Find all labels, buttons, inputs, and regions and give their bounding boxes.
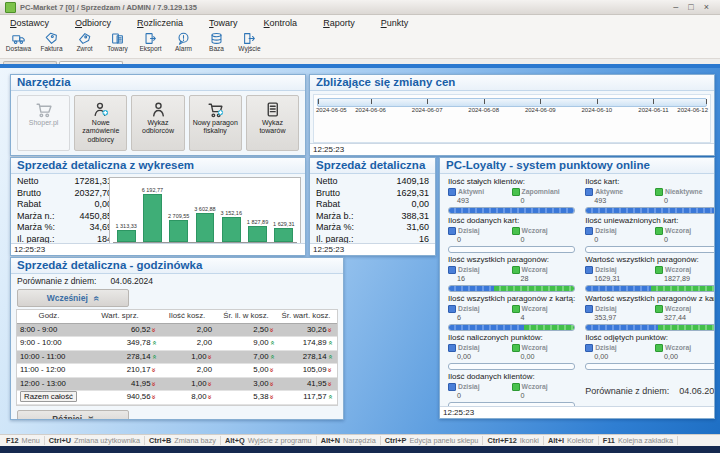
legend-value: 0,00 [664,352,714,361]
compare-label: Porównanie z dniem: [585,386,669,396]
close-button[interactable]: × [704,3,709,12]
value-cell: 349,78« [81,337,159,350]
toolbar-button-5[interactable]: Alarm [167,31,200,52]
table-row: 11:00 - 12:00210,17«2,005,00«105,09« [17,364,337,378]
shop-panel-desktop: Narzędzia Shoper.plNowe zamówienie odbio… [0,64,720,435]
trend-up-icon: « [150,341,158,345]
toolbar-button-6[interactable]: Baza [200,31,233,52]
stat-value: 20327,70 [74,188,112,200]
hour-cell: 12:00 - 13:00 [17,378,81,391]
shortcut-key: Ctrl+B [149,436,171,445]
menu-item-2[interactable]: Rozliczenia [137,18,183,28]
trend-down-icon: « [326,368,334,372]
stat-row: Brutto20327,70 [17,188,112,200]
legend-blue-card-icon [585,266,593,274]
chevron-down-icon: « [85,416,96,419]
stat-label: Marża n.: [17,211,55,223]
toolbar-button-label: Alarm [175,45,192,52]
legend-label: Dzisiaj [458,265,480,274]
loyalty-section-title: Ilość odjętych punktów: [585,333,714,343]
compare-date: 04.06.2024 [110,276,153,286]
shortcut-label: Ikonki [520,436,539,445]
toolbar-button-3[interactable]: Towary [101,31,134,52]
tool-button-3[interactable]: Nowy paragon fiskalny [189,95,242,151]
loyalty-section-1: Ilość kart:Aktywne493Nieaktywne0 [585,177,714,214]
title-bar: PC-Market 7 [0] / Sprzedzam / ADMIN / 7.… [0,0,720,15]
new-receipt-cart-icon [207,101,224,118]
menu-item-4[interactable]: Kontrola [264,18,298,28]
timeline-tick [371,99,372,104]
legend-blue-card-icon [585,305,593,313]
menu-item-0[interactable]: Dostawcy [10,18,49,28]
menu-item-3[interactable]: Towary [209,18,238,28]
chart-bar-column: 3 152,1603 cze [218,180,244,243]
tool-button-4[interactable]: Wykaz towarów [246,95,299,151]
panel-tools-title: Narzędzia [11,75,305,91]
panel-timestamp: 12:25:23 [310,243,435,255]
toolbar-button-7[interactable]: Wyjście [233,31,266,52]
legend-green-card-icon [655,227,663,235]
cell-value: 210,17 [127,364,151,377]
tool-button-1[interactable]: Nowe zamówienie odbiorcy [74,95,127,151]
stat-label: Il. parag.: [17,234,55,243]
toolbar-button-4[interactable]: Eksport [134,31,167,52]
loyalty-section-title: Ilość unieważnionych kart: [585,216,714,226]
value-cell: 7,00« [215,351,277,364]
value-cell: 117,57« [277,391,335,404]
tool-button-label: Nowy paragon fiskalny [192,119,239,136]
trend-down-icon: « [206,355,214,359]
tool-button-2[interactable]: Wykaz odbiorców [131,95,184,151]
stat-row: Marża n.:4450,85 [17,211,112,223]
legend-label: Wczoraj [522,343,548,352]
value-cell: 30,26« [277,324,335,337]
loyalty-progress-bar [448,207,575,214]
legend-label: Dzisiaj [458,226,480,235]
tool-button-label: Nowe zamówienie odbiorcy [77,119,124,144]
shortcut-hint-2: Ctrl+BZmiana bazy [145,436,221,445]
earlier-button[interactable]: Wcześniej « [17,289,129,307]
menu-item-1[interactable]: Odbiorcy [75,18,111,28]
maximize-button[interactable]: □ [688,3,693,12]
loyalty-progress-bar [585,246,714,253]
legend-green-card-icon [512,266,520,274]
loyalty-section-0: Ilość stałych klientów:Aktywni493Zapomni… [448,177,575,214]
loyalty-section-7: Wartość wszystkich paragonów z kartą:Dzi… [585,294,714,331]
chart-bar-value: 6 192,77 [142,187,163,193]
compare-label: Porównanie z dniem: [17,276,96,286]
value-cell: 2,00 [159,337,215,350]
cell-value: 2,00 [197,364,212,377]
value-cell: 3,00« [215,378,277,391]
table-total-row[interactable]: Razem całość940,56«8,00«5,38«117,57« [17,391,337,405]
minimize-button[interactable]: – [673,3,678,12]
chart-bar-value: 1 827,89 [247,219,268,225]
value-cell: 1,00« [159,351,215,364]
legend-label: Dzisiaj [458,382,480,391]
cell-value: 2,00 [197,337,212,350]
shortcut-hint-5: Ctrl+PEdycja panelu sklepu [381,436,484,445]
table-row: 10:00 - 11:00278,14«1,00«7,00«278,14« [17,351,337,365]
chart-bar [143,194,162,242]
later-button[interactable]: Później « [17,410,129,420]
price-change-timeline: 2024-06-052024-06-062024-06-072024-06-08… [313,94,711,143]
legend-value: 0,00 [594,352,655,361]
toolbar-button-1[interactable]: Faktura [35,31,68,52]
menu-item-6[interactable]: Punkty [381,18,409,28]
value-cell: 105,09« [277,364,335,377]
menu-item-5[interactable]: Raporty [323,18,355,28]
hour-label: 8:00 - 9:00 [20,325,57,334]
toolbar-button-2[interactable]: Zwrot [68,31,101,52]
cart-icon [35,101,52,118]
legend-value: 1629,31 [594,274,655,283]
stat-row: Brutto1629,31 [316,188,429,200]
chart-bar [274,228,293,242]
stat-row: Netto1409,18 [316,176,429,188]
stat-value: 388,31 [401,211,429,223]
loyalty-progress-bar [585,324,714,331]
legend-label: Wczoraj [522,304,548,313]
toolbar-button-0[interactable]: Dostawa [2,31,35,52]
chart-bar-column: 1 827,8904 cze [244,180,270,243]
chart-bar-value: 2 709,55 [168,213,189,219]
panel-timestamp: 12:25:23 [440,406,714,418]
legend-label: Dzisiaj [458,343,480,352]
tool-button-0[interactable]: Shoper.pl [17,95,70,151]
